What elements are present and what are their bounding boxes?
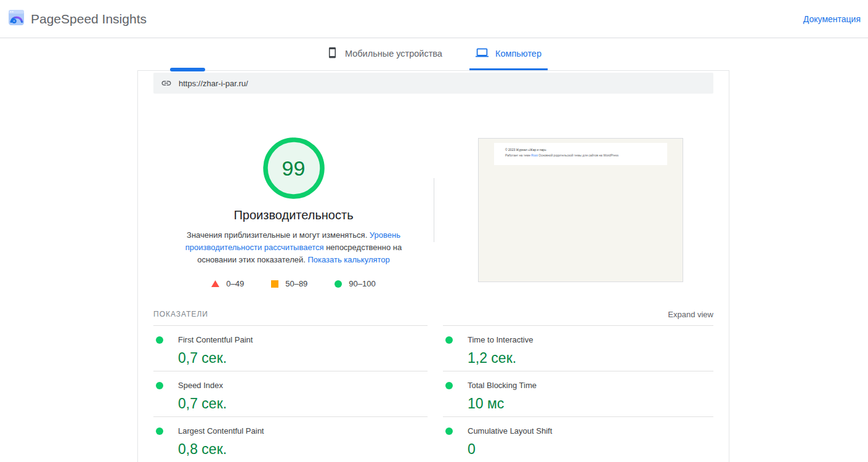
metric-status-dot bbox=[156, 336, 163, 344]
legend-item-good: 90–100 bbox=[335, 279, 375, 288]
preview-copyright-text: © 2023 Журнал «Жар и пар» bbox=[505, 148, 667, 152]
legend-range-good: 90–100 bbox=[349, 279, 375, 288]
preview-header-band: © 2023 Журнал «Жар и пар» Работает на те… bbox=[494, 143, 667, 165]
preview-footer-text: Работает на теме Root Основной родительс… bbox=[505, 153, 667, 157]
pagespeed-gauge-icon bbox=[9, 10, 24, 28]
app-header: PageSpeed Insights Документация bbox=[0, 0, 868, 38]
score-legend: 0–49 50–89 90–100 bbox=[153, 279, 434, 288]
metric-status-dot bbox=[445, 336, 453, 344]
page-screenshot-preview[interactable]: © 2023 Журнал «Жар и пар» Работает на те… bbox=[478, 138, 683, 282]
analyzed-url: https://zhar-i-par.ru/ bbox=[179, 79, 248, 88]
device-tab-bar: Мобильные устройства Компьютер bbox=[0, 38, 868, 70]
score-description: Значения приблизительные и могут изменят… bbox=[171, 229, 417, 266]
metric-speed-index: Speed Index 0,7 сек. bbox=[153, 371, 428, 416]
brand[interactable]: PageSpeed Insights bbox=[9, 10, 147, 28]
smartphone-icon bbox=[327, 47, 338, 60]
analyzed-url-bar: https://zhar-i-par.ru/ bbox=[153, 73, 713, 94]
metric-status-dot bbox=[156, 382, 163, 389]
tab-mobile[interactable]: Мобильные устройства bbox=[320, 38, 448, 70]
legend-range-fail: 0–49 bbox=[226, 279, 244, 288]
expand-view-button[interactable]: Expand view bbox=[668, 310, 713, 319]
metric-first-contentful-paint: First Contentful Paint 0,7 сек. bbox=[153, 325, 428, 371]
average-square-icon bbox=[271, 280, 278, 288]
summary-divider bbox=[434, 178, 434, 242]
category-tab-indicator bbox=[170, 68, 205, 71]
tab-desktop[interactable]: Компьютер bbox=[469, 38, 548, 70]
legend-item-average: 50–89 bbox=[271, 279, 307, 288]
tab-desktop-label: Компьютер bbox=[495, 49, 541, 59]
report-container: https://zhar-i-par.ru/ 99 Производительн… bbox=[137, 70, 729, 462]
metrics-grid: First Contentful Paint 0,7 сек. Time to … bbox=[153, 325, 713, 462]
metrics-section-header: ПОКАЗАТЕЛИ Expand view bbox=[153, 306, 713, 322]
link-icon bbox=[161, 78, 172, 89]
good-circle-icon bbox=[335, 280, 342, 288]
metric-status-dot bbox=[445, 382, 453, 389]
performance-score-label: Производительность bbox=[153, 208, 434, 222]
metric-status-dot bbox=[445, 428, 453, 435]
documentation-link[interactable]: Документация bbox=[803, 14, 861, 24]
performance-score-value: 99 bbox=[263, 137, 325, 199]
metric-total-blocking-time: Total Blocking Time 10 мс bbox=[443, 371, 713, 416]
page-title: PageSpeed Insights bbox=[31, 12, 147, 26]
metrics-section-title: ПОКАЗАТЕЛИ bbox=[153, 310, 208, 318]
computer-icon bbox=[476, 46, 489, 61]
tab-mobile-label: Мобильные устройства bbox=[345, 49, 442, 59]
performance-score-gauge[interactable]: 99 bbox=[263, 137, 325, 199]
score-summary-section: 99 Производительность Значения приблизит… bbox=[153, 94, 713, 306]
metric-largest-contentful-paint: Largest Contentful Paint 0,8 сек. bbox=[153, 416, 428, 462]
legend-range-average: 50–89 bbox=[285, 279, 307, 288]
score-description-text-1: Значения приблизительные и могут изменят… bbox=[187, 230, 370, 240]
metric-status-dot bbox=[156, 428, 163, 435]
metric-time-to-interactive: Time to Interactive 1,2 сек. bbox=[443, 325, 713, 371]
fail-triangle-icon bbox=[211, 280, 219, 287]
show-calculator-link[interactable]: Показать калькулятор bbox=[307, 255, 389, 264]
metric-cumulative-layout-shift: Cumulative Layout Shift 0 bbox=[443, 416, 713, 462]
legend-item-fail: 0–49 bbox=[211, 279, 244, 288]
